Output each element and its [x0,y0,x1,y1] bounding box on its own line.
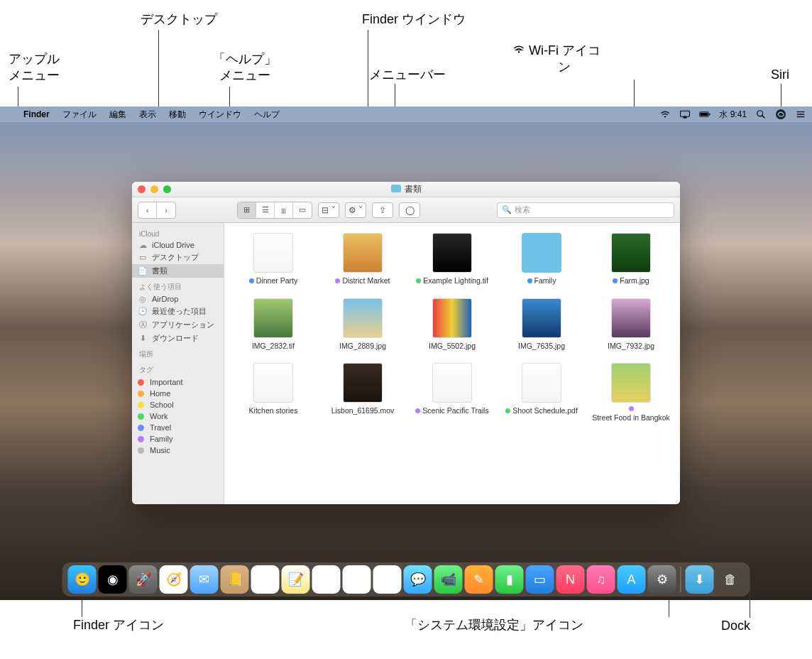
dock-mail[interactable]: ✉︎ [190,565,219,594]
menu-ウインドウ[interactable]: ウインドウ [192,109,248,121]
sidebar-item-最近使った項目[interactable]: 🕒最近使った項目 [132,305,224,318]
dock-pages[interactable]: ✎ [465,565,493,594]
siri-icon[interactable] [775,109,786,120]
file-Lisbon_61695.mov[interactable]: Lisbon_61695.mov [321,363,405,423]
file-thumbnail [253,233,293,273]
finder-titlebar[interactable]: 書類 [132,182,680,197]
gallery-view-button[interactable]: ▭ [293,202,312,218]
file-thumbnail [522,233,561,273]
tags-button[interactable]: ◯ [399,202,420,218]
close-button[interactable] [138,185,146,193]
list-view-button[interactable]: ☰ [256,202,275,218]
tag-dot-icon [138,425,144,431]
forward-button[interactable]: › [157,202,175,218]
file-Example Lighting.tif[interactable]: Example Lighting.tif [410,233,494,285]
file-IMG_7932.jpg[interactable]: IMG_7932.jpg [589,298,673,351]
menu-表示[interactable]: 表示 [133,109,163,121]
sidebar-tag-School[interactable]: School [132,399,224,410]
sidebar-item-AirDrop[interactable]: ◎AirDrop [132,293,224,305]
file-IMG_2889.jpg[interactable]: IMG_2889.jpg [321,298,405,351]
airplay-icon[interactable] [679,109,691,119]
menu-ヘルプ[interactable]: ヘルプ [248,109,286,121]
file-Kitchen stories[interactable]: Kitchen stories [231,363,315,423]
sidebar-tag-Home[interactable]: Home [132,388,224,399]
zoom-button[interactable] [163,185,171,193]
file-Farm.jpg[interactable]: Farm.jpg [589,233,673,285]
svg-point-4 [757,111,763,116]
search-field[interactable]: 🔍検索 [497,202,674,218]
svg-line-5 [762,116,765,119]
sidebar-tag-Work[interactable]: Work [132,410,224,422]
file-label: Street Food in Bangkok [592,413,670,423]
share-button[interactable]: ⇪ [372,202,393,218]
notification-center-icon[interactable] [795,109,806,119]
file-Scenic Pacific Trails[interactable]: Scenic Pacific Trails [410,363,494,423]
sidebar-tag-Family[interactable]: Family [132,433,224,445]
arrange-button[interactable]: ⊟ ˅ [318,202,339,218]
action-button[interactable]: ⚙︎ ˅ [345,202,366,218]
file-Shoot Schedule.pdf[interactable]: Shoot Schedule.pdf [500,363,583,423]
dock-facetime[interactable]: 📹 [434,565,463,594]
finder-toolbar: ‹ › ⊞ ☰ ⫼ ▭ ⊟ ˅ ⚙︎ ˅ ⇪ ◯ 🔍検索 [132,197,680,223]
sidebar-item-iCloud Drive[interactable]: ☁︎iCloud Drive [132,239,224,251]
dock-news[interactable]: N [556,565,585,594]
dock-keynote[interactable]: ▭ [526,565,554,594]
dock-launchpad[interactable]: 🚀 [129,565,158,594]
column-view-button[interactable]: ⫼ [275,202,293,218]
minimize-button[interactable] [150,185,158,193]
sidebar-item-デスクトップ[interactable]: ▭デスクトップ [132,251,224,264]
sidebar-header-tags: タグ [132,361,224,376]
airdrop-icon: ◎ [138,295,148,303]
dock-finder[interactable]: 🙂 [68,565,97,594]
menu-ファイル[interactable]: ファイル [56,109,103,121]
news-icon: N [566,572,575,587]
finder-content[interactable]: Dinner PartyDistrict MarketExample Light… [224,223,680,504]
dock-numbers[interactable]: ▮ [495,565,524,594]
icon-view-button[interactable]: ⊞ [238,202,256,218]
file-Street Food in Bangkok[interactable]: Street Food in Bangkok [589,363,673,423]
finder-window[interactable]: 書類 ‹ › ⊞ ☰ ⫼ ▭ ⊟ ˅ ⚙︎ ˅ ⇪ ◯ 🔍検索 iCloud ☁… [132,182,680,504]
dock-appstore[interactable]: A [618,565,646,594]
dock-messages[interactable]: 💬 [404,565,432,594]
dock-photos[interactable]: ✿ [373,565,402,594]
app-menu-finder[interactable]: Finder [17,109,56,119]
wifi-icon[interactable] [659,109,671,119]
file-District Market[interactable]: District Market [321,233,405,285]
file-IMG_7635.jpg[interactable]: IMG_7635.jpg [500,298,583,351]
sidebar-header-favorites: よく使う項目 [132,278,224,293]
sidebar-item-ダウンロード[interactable]: ⬇︎ダウンロード [132,332,224,345]
menu-編集[interactable]: 編集 [103,109,133,121]
launchpad-icon: 🚀 [136,572,151,587]
sidebar-item-書類[interactable]: 📄書類 [132,264,224,278]
dock-reminders[interactable]: ☑︎ [312,565,341,594]
dock-contacts[interactable]: 📒 [221,565,249,594]
callout-finder-window: Finder ウインドウ [362,11,466,28]
dock-sysprefs[interactable]: ⚙︎ [648,565,676,594]
dock-downloads[interactable]: ⬇︎ [686,565,714,594]
sidebar-tag-Important[interactable]: Important [132,376,224,388]
dock-siri[interactable]: ◉ [99,565,127,594]
back-button[interactable]: ‹ [138,202,157,218]
dock-maps[interactable]: 🗺 [343,565,371,594]
leader-line [395,84,395,108]
file-thumbnail [343,233,383,273]
dock-safari[interactable]: 🧭 [160,565,188,594]
clock[interactable]: 水 9:41 [719,109,747,121]
menu-移動[interactable]: 移動 [163,109,192,121]
file-IMG_5502.jpg[interactable]: IMG_5502.jpg [410,298,494,351]
battery-icon[interactable] [699,109,710,119]
dock-itunes[interactable]: ♫ [587,565,615,594]
dock-trash[interactable]: 🗑 [716,565,745,594]
itunes-icon: ♫ [596,572,606,587]
desktop-icon: ▭ [138,254,148,262]
sidebar-tag-Travel[interactable]: Travel [132,422,224,433]
dock-calendar[interactable]: 12 [251,565,280,594]
dock-notes[interactable]: 📝 [282,565,310,594]
file-Dinner Party[interactable]: Dinner Party [231,233,315,285]
sidebar-tag-Music[interactable]: Music [132,445,224,456]
spotlight-icon[interactable] [755,109,767,119]
file-Family[interactable]: Family [500,233,583,285]
callout-finder-icon: Finder アイコン [73,616,164,633]
sidebar-item-アプリケーション[interactable]: Ⓐアプリケーション [132,318,224,332]
file-IMG_2832.tif[interactable]: IMG_2832.tif [231,298,315,351]
